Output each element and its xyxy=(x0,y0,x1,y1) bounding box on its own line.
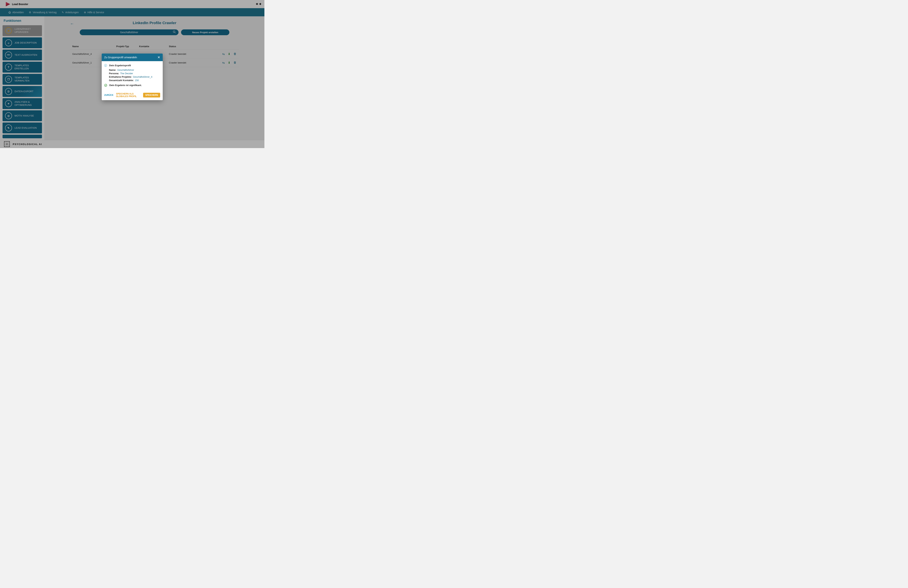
back-button[interactable]: ZURÜCK xyxy=(104,94,114,96)
field-name-value: Geschäftsführer xyxy=(117,69,134,71)
field-projects-value: Geschäftsführer_4 xyxy=(133,76,152,78)
close-icon[interactable]: ✕ xyxy=(158,55,160,59)
modal-result-heading: Dein Ergebnisprofil xyxy=(109,64,131,67)
check-circle-icon xyxy=(104,84,107,87)
field-contacts-value: 150 xyxy=(135,79,139,82)
svg-point-7 xyxy=(105,84,107,87)
modal-header: Zu Gruppenprofil umwandeln ✕ xyxy=(102,53,163,61)
convert-group-modal: Zu Gruppenprofil umwandeln ✕ i Dein Erge… xyxy=(102,53,163,100)
significance-text: Dein Ergebnis ist signifikant. xyxy=(109,84,142,87)
field-persona-label: Persona: xyxy=(109,72,119,75)
field-persona-value: The Decider xyxy=(120,72,133,75)
modal-title: Zu Gruppenprofil umwandeln xyxy=(104,56,137,59)
save-global-button[interactable]: SPEICHERN ALS GLOBALES PROFIL xyxy=(116,93,140,98)
field-name-label: Name: xyxy=(109,69,116,71)
info-icon: i xyxy=(104,64,107,67)
field-projects-label: Enthaltene Projekte: xyxy=(109,76,132,78)
field-contacts-label: Gesamtzahl Kontakte: xyxy=(109,79,134,82)
save-button[interactable]: SPEICHERN xyxy=(143,93,160,98)
